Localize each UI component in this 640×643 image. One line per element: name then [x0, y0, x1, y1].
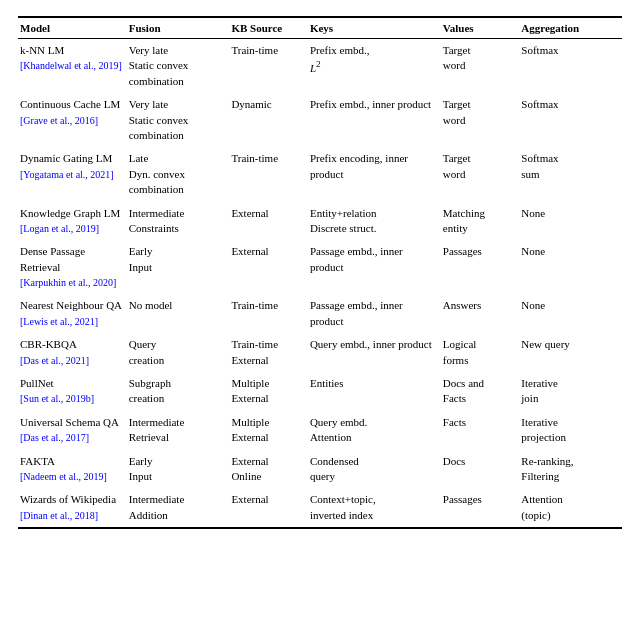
cell-kb-source: Train-time External — [229, 333, 308, 372]
cell-fusion: Very late Static convex combination — [127, 93, 230, 147]
model-name: Nearest Neighbour QA — [20, 299, 122, 311]
table-row: Universal Schema QA[Das et al., 2017]Int… — [18, 411, 622, 450]
model-name: Universal Schema QA — [20, 416, 119, 428]
model-ref[interactable]: [Nadeem et al., 2019] — [20, 471, 107, 482]
cell-values: Target word — [441, 39, 520, 94]
cell-fusion: Intermediate Constraints — [127, 202, 230, 241]
cell-model: k-NN LM[Khandelwal et al., 2019] — [18, 39, 127, 94]
col-header-model: Model — [18, 17, 127, 39]
cell-model: Nearest Neighbour QA[Lewis et al., 2021] — [18, 294, 127, 333]
cell-fusion: No model — [127, 294, 230, 333]
cell-kb-source: Multiple External — [229, 411, 308, 450]
cell-keys: Entity+relation Discrete struct. — [308, 202, 441, 241]
cell-kb-source: Dynamic — [229, 93, 308, 147]
cell-values: Answers — [441, 294, 520, 333]
model-name: k-NN LM — [20, 44, 64, 56]
cell-fusion: Subgraph creation — [127, 372, 230, 411]
cell-aggregation: New query — [519, 333, 622, 372]
cell-model: Universal Schema QA[Das et al., 2017] — [18, 411, 127, 450]
model-name: Continuous Cache LM — [20, 98, 120, 110]
cell-keys: Query embd. Attention — [308, 411, 441, 450]
cell-keys: Passage embd., inner product — [308, 240, 441, 294]
cell-keys: Prefix embd., inner product — [308, 93, 441, 147]
table-row: FAKTA[Nadeem et al., 2019]Early InputExt… — [18, 450, 622, 489]
cell-values: Target word — [441, 93, 520, 147]
cell-kb-source: Multiple External — [229, 372, 308, 411]
model-ref[interactable]: [Das et al., 2017] — [20, 432, 89, 443]
col-header-keys: Keys — [308, 17, 441, 39]
cell-fusion: Query creation — [127, 333, 230, 372]
cell-values: Facts — [441, 411, 520, 450]
table-row: Knowledge Graph LM[Logan et al., 2019]In… — [18, 202, 622, 241]
model-ref[interactable]: [Dinan et al., 2018] — [20, 510, 98, 521]
model-ref[interactable]: [Das et al., 2021] — [20, 355, 89, 366]
cell-kb-source: Train-time — [229, 39, 308, 94]
cell-model: Continuous Cache LM[Grave et al., 2016] — [18, 93, 127, 147]
model-name: Knowledge Graph LM — [20, 207, 120, 219]
cell-fusion: Intermediate Addition — [127, 488, 230, 528]
table-row: Dense Passage Retrieval[Karpukhin et al.… — [18, 240, 622, 294]
table-row: k-NN LM[Khandelwal et al., 2019]Very lat… — [18, 39, 622, 94]
cell-aggregation: Softmax — [519, 39, 622, 94]
cell-aggregation: Attention (topic) — [519, 488, 622, 528]
model-name: Dynamic Gating LM — [20, 152, 112, 164]
cell-kb-source: External — [229, 488, 308, 528]
cell-fusion: Intermediate Retrieval — [127, 411, 230, 450]
model-ref[interactable]: [Grave et al., 2016] — [20, 115, 98, 126]
table-row: Wizards of Wikipedia[Dinan et al., 2018]… — [18, 488, 622, 528]
cell-fusion: Late Dyn. convex combination — [127, 147, 230, 201]
cell-aggregation: None — [519, 202, 622, 241]
cell-keys: Condensed query — [308, 450, 441, 489]
cell-values: Passages — [441, 488, 520, 528]
cell-keys: Prefix embd., L2 — [308, 39, 441, 94]
cell-values: Matching entity — [441, 202, 520, 241]
model-ref[interactable]: [Logan et al., 2019] — [20, 223, 99, 234]
model-name: Wizards of Wikipedia — [20, 493, 116, 505]
col-header-aggregation: Aggregation — [519, 17, 622, 39]
cell-values: Target word — [441, 147, 520, 201]
cell-model: CBR-KBQA[Das et al., 2021] — [18, 333, 127, 372]
cell-keys: Entities — [308, 372, 441, 411]
cell-model: Knowledge Graph LM[Logan et al., 2019] — [18, 202, 127, 241]
cell-fusion: Early Input — [127, 450, 230, 489]
cell-model: Dense Passage Retrieval[Karpukhin et al.… — [18, 240, 127, 294]
cell-aggregation: Iterative projection — [519, 411, 622, 450]
model-ref[interactable]: [Sun et al., 2019b] — [20, 393, 94, 404]
cell-kb-source: Train-time — [229, 294, 308, 333]
table-row: Continuous Cache LM[Grave et al., 2016]V… — [18, 93, 622, 147]
cell-model: Dynamic Gating LM[Yogatama et al., 2021] — [18, 147, 127, 201]
table-row: PullNet[Sun et al., 2019b]Subgraph creat… — [18, 372, 622, 411]
cell-keys: Query embd., inner product — [308, 333, 441, 372]
model-ref[interactable]: [Lewis et al., 2021] — [20, 316, 98, 327]
cell-keys: Prefix encoding, inner product — [308, 147, 441, 201]
cell-values: Docs — [441, 450, 520, 489]
cell-aggregation: Iterative join — [519, 372, 622, 411]
cell-kb-source: External — [229, 202, 308, 241]
cell-model: Wizards of Wikipedia[Dinan et al., 2018] — [18, 488, 127, 528]
cell-kb-source: External Online — [229, 450, 308, 489]
model-ref[interactable]: [Yogatama et al., 2021] — [20, 169, 114, 180]
col-header-kb: KB Source — [229, 17, 308, 39]
cell-keys: Passage embd., inner product — [308, 294, 441, 333]
model-name: PullNet — [20, 377, 54, 389]
cell-aggregation: Re-ranking, Filtering — [519, 450, 622, 489]
cell-model: PullNet[Sun et al., 2019b] — [18, 372, 127, 411]
col-header-fusion: Fusion — [127, 17, 230, 39]
cell-kb-source: Train-time — [229, 147, 308, 201]
table-row: CBR-KBQA[Das et al., 2021]Query creation… — [18, 333, 622, 372]
model-name: CBR-KBQA — [20, 338, 77, 350]
cell-aggregation: Softmax sum — [519, 147, 622, 201]
cell-aggregation: Softmax — [519, 93, 622, 147]
cell-model: FAKTA[Nadeem et al., 2019] — [18, 450, 127, 489]
model-name: FAKTA — [20, 455, 55, 467]
cell-aggregation: None — [519, 294, 622, 333]
cell-values: Docs and Facts — [441, 372, 520, 411]
cell-keys: Context+topic, inverted index — [308, 488, 441, 528]
cell-values: Logical forms — [441, 333, 520, 372]
cell-fusion: Early Input — [127, 240, 230, 294]
cell-values: Passages — [441, 240, 520, 294]
model-ref[interactable]: [Karpukhin et al., 2020] — [20, 277, 116, 288]
col-header-values: Values — [441, 17, 520, 39]
model-ref[interactable]: [Khandelwal et al., 2019] — [20, 60, 122, 71]
table-row: Dynamic Gating LM[Yogatama et al., 2021]… — [18, 147, 622, 201]
